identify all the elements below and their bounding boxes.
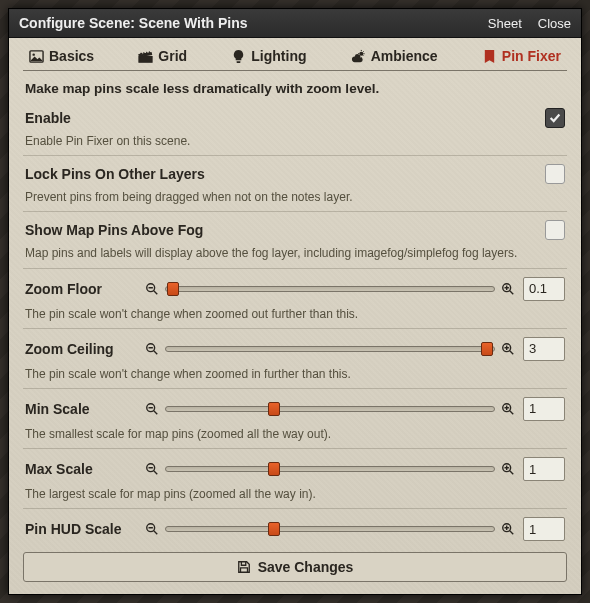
above-label: Show Map Pins Above Fog <box>25 222 203 238</box>
save-button[interactable]: Save Changes <box>23 552 567 582</box>
close-button[interactable]: Close <box>534 16 571 31</box>
check-icon <box>548 111 562 125</box>
zfloor-hint: The pin scale won't change when zoomed o… <box>25 306 565 322</box>
save-icon <box>237 560 251 574</box>
zceil-label: Zoom Ceiling <box>25 341 137 357</box>
row-lock: Lock Pins On Other Layers Prevent pins f… <box>23 156 567 212</box>
zceil-hint: The pin scale won't change when zoomed i… <box>25 366 565 382</box>
zoom-in-icon <box>501 462 515 476</box>
minsc-label: Min Scale <box>25 401 137 417</box>
zoom-in-icon <box>501 522 515 536</box>
slider-thumb[interactable] <box>481 342 493 356</box>
bookmark-icon <box>482 49 497 64</box>
clapper-icon <box>138 49 153 64</box>
minsc-hint: The smallest scale for map pins (zoomed … <box>25 426 565 442</box>
svg-point-2 <box>359 51 363 55</box>
minsc-input[interactable]: 1 <box>523 397 565 421</box>
slider-thumb[interactable] <box>167 282 179 296</box>
titlebar: Configure Scene: Scene With Pins Sheet C… <box>9 9 581 38</box>
tab-ambience[interactable]: Ambience <box>351 48 438 64</box>
slider-thumb[interactable] <box>268 402 280 416</box>
row-hud-scale: Pin HUD Scale 1 Some modules, such as Pi… <box>23 509 567 544</box>
tab-lighting[interactable]: Lighting <box>231 48 306 64</box>
cloud-sun-icon <box>351 49 366 64</box>
slider-thumb[interactable] <box>268 462 280 476</box>
zoom-in-icon <box>501 342 515 356</box>
form: Enable Enable Pin Fixer on this scene. L… <box>23 100 567 544</box>
zoom-out-icon <box>145 402 159 416</box>
above-checkbox[interactable] <box>545 220 565 240</box>
zfloor-input[interactable]: 0.1 <box>523 277 565 301</box>
sheet-button[interactable]: Sheet <box>484 16 522 31</box>
maxsc-hint: The largest scale for map pins (zoomed a… <box>25 486 565 502</box>
minsc-slider[interactable] <box>165 406 495 412</box>
hud-slider[interactable] <box>165 526 495 532</box>
enable-checkbox[interactable] <box>545 108 565 128</box>
content-area: Basics Grid Lighting Ambience Pin Fixer … <box>9 38 581 594</box>
bulb-icon <box>231 49 246 64</box>
zoom-in-icon <box>501 282 515 296</box>
maxsc-label: Max Scale <box>25 461 137 477</box>
row-enable: Enable Enable Pin Fixer on this scene. <box>23 100 567 156</box>
lock-hint: Prevent pins from being dragged when not… <box>25 189 565 205</box>
enable-hint: Enable Pin Fixer on this scene. <box>25 133 565 149</box>
zoom-out-icon <box>145 522 159 536</box>
row-above-fog: Show Map Pins Above Fog Map pins and lab… <box>23 212 567 268</box>
hud-label: Pin HUD Scale <box>25 521 137 537</box>
intro-text: Make map pins scale less dramatically wi… <box>23 77 567 100</box>
configure-scene-window: Configure Scene: Scene With Pins Sheet C… <box>8 8 582 595</box>
zoom-in-icon <box>501 402 515 416</box>
maxsc-input[interactable]: 1 <box>523 457 565 481</box>
zceil-input[interactable]: 3 <box>523 337 565 361</box>
row-zoom-ceiling: Zoom Ceiling 3 The pin scale won't chang… <box>23 329 567 389</box>
slider-thumb[interactable] <box>268 522 280 536</box>
maxsc-slider[interactable] <box>165 466 495 472</box>
tab-basics[interactable]: Basics <box>29 48 94 64</box>
hud-input[interactable]: 1 <box>523 517 565 541</box>
enable-label: Enable <box>25 110 71 126</box>
tab-grid[interactable]: Grid <box>138 48 187 64</box>
zoom-out-icon <box>145 342 159 356</box>
row-zoom-floor: Zoom Floor 0.1 The pin scale won't chang… <box>23 269 567 329</box>
zceil-slider[interactable] <box>165 346 495 352</box>
window-title: Configure Scene: Scene With Pins <box>19 15 472 31</box>
image-icon <box>29 49 44 64</box>
tab-pinfixer[interactable]: Pin Fixer <box>482 48 561 64</box>
zoom-out-icon <box>145 282 159 296</box>
svg-point-1 <box>32 53 34 55</box>
zfloor-label: Zoom Floor <box>25 281 137 297</box>
above-hint: Map pins and labels will display above t… <box>25 245 565 261</box>
row-max-scale: Max Scale 1 The largest scale for map pi… <box>23 449 567 509</box>
tab-bar: Basics Grid Lighting Ambience Pin Fixer <box>23 48 567 71</box>
lock-label: Lock Pins On Other Layers <box>25 166 205 182</box>
lock-checkbox[interactable] <box>545 164 565 184</box>
row-min-scale: Min Scale 1 The smallest scale for map p… <box>23 389 567 449</box>
zfloor-slider[interactable] <box>165 286 495 292</box>
zoom-out-icon <box>145 462 159 476</box>
